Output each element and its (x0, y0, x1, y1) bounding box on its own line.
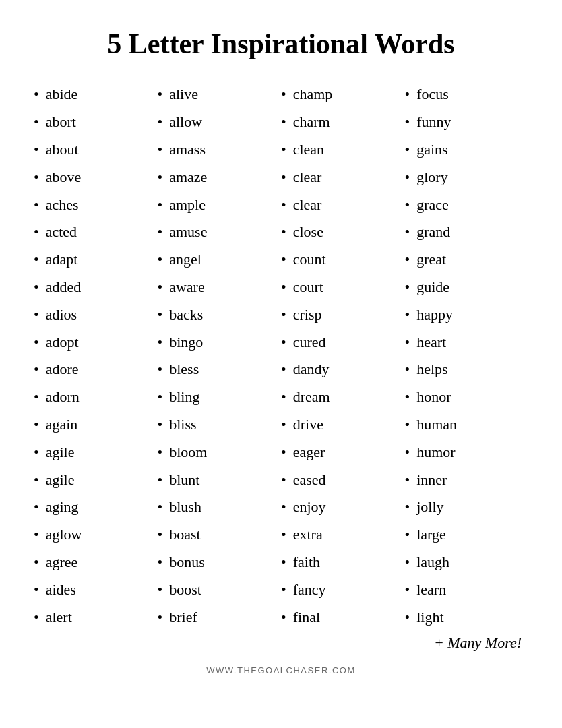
list-item: •clear (281, 191, 405, 219)
bullet-icon: • (405, 470, 410, 491)
list-item: •adore (34, 356, 158, 384)
word-text: adore (46, 359, 79, 380)
list-item: •bonus (158, 549, 282, 576)
bullet-icon: • (281, 442, 286, 463)
list-item: •eased (281, 466, 405, 494)
bullet-icon: • (158, 195, 163, 216)
bullet-icon: • (281, 249, 286, 270)
word-text: count (293, 249, 326, 270)
bullet-icon: • (158, 415, 163, 435)
word-column-3: •focus•funny•gains•glory•grace•grand•gre… (405, 81, 529, 631)
word-text: great (416, 249, 446, 270)
list-item: •clear (281, 164, 405, 191)
word-text: jolly (416, 497, 443, 518)
list-item: •blush (158, 493, 282, 521)
list-item: •inner (405, 466, 529, 494)
list-item: •aging (34, 493, 158, 521)
bullet-icon: • (405, 195, 410, 216)
bullet-icon: • (34, 305, 39, 326)
bullet-icon: • (34, 222, 39, 243)
bullet-icon: • (34, 140, 39, 160)
word-text: glory (416, 167, 447, 188)
more-label: + Many More! (34, 634, 528, 652)
bullet-icon: • (405, 305, 410, 326)
bullet-icon: • (405, 249, 410, 270)
bullet-icon: • (281, 470, 286, 491)
list-item: •laugh (405, 549, 529, 576)
list-item: •backs (158, 301, 282, 329)
word-text: inner (416, 470, 447, 491)
page-title: 5 Letter Inspirational Words (107, 27, 454, 61)
word-text: honor (416, 387, 451, 408)
bullet-icon: • (158, 359, 163, 380)
list-item: •allow (158, 109, 282, 136)
list-item: •acted (34, 218, 158, 246)
footer-text: WWW.THEGOALCHASER.COM (206, 665, 355, 675)
list-item: •human (405, 411, 529, 439)
bullet-icon: • (158, 167, 163, 188)
bullet-icon: • (34, 84, 39, 105)
list-item: •again (34, 411, 158, 439)
word-text: charm (293, 112, 330, 133)
bullet-icon: • (34, 112, 39, 133)
list-item: •eager (281, 439, 405, 466)
bullet-icon: • (281, 277, 286, 298)
list-item: •close (281, 218, 405, 246)
list-item: •bling (158, 384, 282, 411)
list-item: •cured (281, 329, 405, 357)
bullet-icon: • (405, 442, 410, 463)
word-text: fancy (293, 580, 326, 601)
list-item: •glory (405, 164, 529, 191)
word-text: champ (293, 84, 333, 105)
bullet-icon: • (281, 84, 286, 105)
list-item: •focus (405, 81, 529, 109)
bullet-icon: • (405, 140, 410, 160)
list-item: •agree (34, 549, 158, 576)
bullet-icon: • (34, 580, 39, 601)
bullet-icon: • (405, 552, 410, 573)
list-item: •court (281, 274, 405, 301)
bullet-icon: • (405, 607, 410, 628)
bullet-icon: • (405, 222, 410, 243)
bullet-icon: • (34, 415, 39, 435)
bullet-icon: • (34, 332, 39, 353)
word-text: aware (169, 277, 205, 298)
bullet-icon: • (158, 387, 163, 408)
word-text: adorn (46, 387, 80, 408)
word-column-2: •champ•charm•clean•clear•clear•close•cou… (281, 81, 405, 631)
bullet-icon: • (34, 387, 39, 408)
word-text: bonus (169, 552, 205, 573)
bullet-icon: • (405, 167, 410, 188)
list-item: •humor (405, 439, 529, 466)
list-item: •about (34, 136, 158, 164)
list-item: •boast (158, 521, 282, 549)
word-text: adapt (46, 249, 78, 270)
bullet-icon: • (281, 415, 286, 435)
word-text: laugh (416, 552, 449, 573)
list-item: •guide (405, 274, 529, 301)
list-item: •large (405, 521, 529, 549)
bullet-icon: • (158, 470, 163, 491)
bullet-icon: • (405, 387, 410, 408)
bullet-icon: • (34, 442, 39, 463)
bullet-icon: • (281, 497, 286, 518)
word-text: abide (46, 84, 78, 105)
word-text: about (46, 140, 79, 160)
word-text: bloom (169, 442, 207, 463)
bullet-icon: • (158, 140, 163, 160)
bullet-icon: • (34, 195, 39, 216)
word-text: clear (293, 195, 322, 216)
bullet-icon: • (34, 277, 39, 298)
word-text: humor (416, 442, 455, 463)
list-item: •above (34, 164, 158, 191)
list-item: •learn (405, 576, 529, 604)
word-text: abort (46, 112, 76, 133)
bullet-icon: • (158, 222, 163, 243)
list-item: •dandy (281, 356, 405, 384)
word-text: extra (293, 524, 323, 545)
word-grid: •abide•abort•about•above•aches•acted•ada… (34, 81, 528, 631)
word-text: guide (416, 277, 449, 298)
word-text: adopt (46, 332, 79, 353)
bullet-icon: • (405, 497, 410, 518)
bullet-icon: • (34, 359, 39, 380)
